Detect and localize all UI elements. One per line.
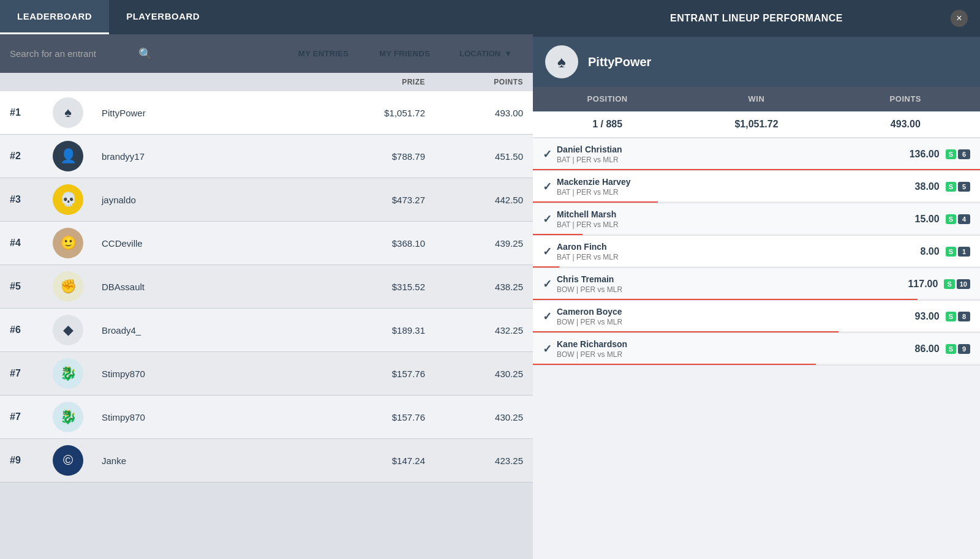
search-input[interactable]	[10, 48, 132, 59]
stat-win-value: $1,051.72	[682, 111, 831, 137]
search-button[interactable]: 🔍	[138, 47, 152, 61]
player-name: Mackenzie Harvey	[557, 177, 915, 187]
rank-cell: #4	[10, 238, 53, 249]
points-cell: 430.25	[425, 369, 523, 379]
table-row[interactable]: #9 © Janke $147.24 423.25	[0, 439, 533, 482]
list-item[interactable]: ✓ Kane Richardson BOW | PER vs MLR 86.00…	[533, 333, 980, 366]
panel-title: ENTRANT LINEUP PERFORMANCE	[562, 13, 951, 24]
badge-group: S 10	[944, 279, 970, 289]
badge-s: S	[946, 149, 956, 159]
prize-cell: $1,051.72	[327, 108, 425, 118]
badge-s: S	[946, 247, 956, 257]
rank-cell: #5	[10, 281, 53, 292]
prize-cell: $368.10	[327, 238, 425, 249]
badge-num: 4	[958, 214, 970, 224]
progress-bar	[533, 201, 658, 203]
avatar-cell: 🐉	[53, 358, 102, 389]
badge-s: S	[946, 312, 956, 321]
my-entries-button[interactable]: MY ENTRIES	[286, 43, 361, 64]
progress-bar	[533, 266, 559, 268]
table-row[interactable]: #7 🐉 Stimpy870 $157.76 430.25	[0, 396, 533, 439]
list-item[interactable]: ✓ Mackenzie Harvey BAT | PER vs MLR 38.0…	[533, 171, 980, 203]
prize-cell: $473.27	[327, 195, 425, 205]
avatar: 💀	[53, 184, 83, 215]
points-cell: 430.25	[425, 412, 523, 422]
avatar: ◆	[53, 315, 83, 345]
player-score: 136.00	[910, 149, 940, 160]
prize-cell: $788.79	[327, 151, 425, 162]
avatar: 🐉	[53, 358, 83, 389]
avatar: 🙂	[53, 228, 83, 258]
progress-bar-container	[533, 266, 980, 268]
badge-group: S 1	[946, 247, 970, 257]
avatar-cell: 🐉	[53, 402, 102, 432]
stat-header-position: POSITION	[533, 87, 682, 111]
progress-bar	[533, 169, 980, 170]
list-item[interactable]: ✓ Chris Tremain BOW | PER vs MLR 117.00 …	[533, 268, 980, 301]
table-row[interactable]: #1 ♠ PittyPower $1,051.72 493.00	[0, 91, 533, 135]
entrant-info: ♠ PittyPower	[533, 37, 980, 87]
list-item[interactable]: ✓ Cameron Boyce BOW | PER vs MLR 93.00 S…	[533, 301, 980, 333]
check-icon: ✓	[543, 277, 552, 291]
player-score: 15.00	[915, 214, 940, 225]
progress-bar	[533, 364, 816, 365]
player-info: Aaron Finch BAT | PER vs MLR	[557, 242, 921, 261]
avatar: 🐉	[53, 402, 83, 432]
player-score: 93.00	[915, 311, 940, 322]
chevron-down-icon: ▼	[504, 49, 512, 58]
avatar: ♠	[53, 97, 83, 128]
table-row[interactable]: #2 👤 brandyy17 $788.79 451.50	[0, 135, 533, 178]
table-row[interactable]: #4 🙂 CCDeville $368.10 439.25	[0, 222, 533, 265]
entrant-name: PittyPower	[588, 55, 651, 69]
close-button[interactable]: ×	[951, 10, 968, 27]
progress-bar	[533, 331, 839, 332]
player-info: Chris Tremain BOW | PER vs MLR	[557, 274, 908, 294]
table-row[interactable]: #5 ✊ DBAssault $315.52 438.25	[0, 265, 533, 309]
badge-group: S 5	[946, 182, 970, 192]
progress-bar-container	[533, 364, 980, 365]
username-cell: brandyy17	[102, 151, 327, 162]
table-row[interactable]: #7 🐉 Stimpy870 $157.76 430.25	[0, 352, 533, 396]
username-cell: CCDeville	[102, 238, 327, 249]
progress-bar-container	[533, 299, 980, 300]
check-icon: ✓	[543, 342, 552, 356]
progress-bar-container	[533, 331, 980, 332]
player-meta: BAT | PER vs MLR	[557, 220, 915, 229]
table-row[interactable]: #6 ◆ Broady4_ $189.31 432.25	[0, 309, 533, 352]
location-button[interactable]: LOCATION ▼	[448, 44, 523, 63]
badge-num: 1	[958, 247, 970, 257]
avatar-cell: ©	[53, 445, 102, 476]
list-item[interactable]: ✓ Daniel Christian BAT | PER vs MLR 136.…	[533, 138, 980, 171]
player-info: Kane Richardson BOW | PER vs MLR	[557, 339, 915, 359]
list-item[interactable]: ✓ Mitchell Marsh BAT | PER vs MLR 15.00 …	[533, 203, 980, 236]
player-info: Cameron Boyce BOW | PER vs MLR	[557, 307, 915, 326]
player-name: Mitchell Marsh	[557, 209, 915, 219]
player-meta: BOW | PER vs MLR	[557, 285, 908, 294]
player-info: Mackenzie Harvey BAT | PER vs MLR	[557, 177, 915, 197]
avatar-cell: ◆	[53, 315, 102, 345]
rank-cell: #2	[10, 151, 53, 162]
rank-cell: #1	[10, 107, 53, 118]
list-item[interactable]: ✓ Aaron Finch BAT | PER vs MLR 8.00 S 1	[533, 236, 980, 268]
my-friends-button[interactable]: MY FRIENDS	[367, 43, 442, 64]
check-icon: ✓	[543, 245, 552, 258]
tab-leaderboard[interactable]: LEADERBOARD	[0, 0, 109, 34]
badge-group: S 4	[946, 214, 970, 224]
tab-playerboard[interactable]: PLAYERBOARD	[109, 0, 217, 34]
table-row[interactable]: #3 💀 jaynaldo $473.27 442.50	[0, 178, 533, 222]
player-meta: BAT | PER vs MLR	[557, 156, 910, 164]
stat-header-win: WIN	[682, 87, 831, 111]
rank-cell: #7	[10, 411, 53, 422]
entrant-avatar: ♠	[545, 45, 578, 78]
badge-num: 9	[958, 344, 970, 354]
check-icon: ✓	[543, 310, 552, 323]
prize-cell: $147.24	[327, 456, 425, 466]
header-points: POINTS	[425, 78, 523, 86]
progress-bar-container	[533, 169, 980, 170]
progress-bar-container	[533, 201, 980, 203]
avatar: 👤	[53, 141, 83, 171]
username-cell: Janke	[102, 456, 327, 466]
header-prize: PRIZE	[327, 78, 425, 86]
username-cell: Broady4_	[102, 325, 327, 336]
badge-group: S 8	[946, 312, 970, 321]
